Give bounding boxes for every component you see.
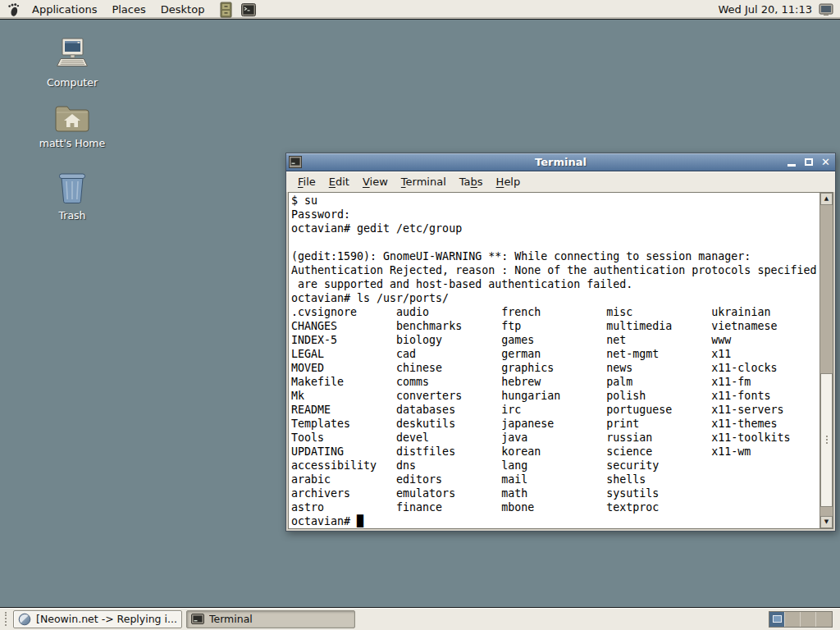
panel-grip-handle[interactable]	[5, 612, 8, 626]
window-title: Terminal	[286, 156, 835, 168]
terminal-launcher-icon[interactable]	[240, 1, 258, 18]
menu-view[interactable]: View	[356, 176, 395, 188]
workspace-2[interactable]	[785, 612, 801, 627]
menu-file[interactable]: File	[291, 176, 322, 188]
taskbar-button-neowin[interactable]: [Neowin.net -> Replying i...	[13, 610, 182, 628]
desktop-icon-home[interactable]: matt's Home	[27, 103, 117, 150]
taskbar-button-label: [Neowin.net -> Replying i...	[36, 613, 177, 625]
trash-icon	[27, 171, 117, 207]
close-button[interactable]: ✕	[819, 156, 833, 168]
scroll-down-button[interactable]: ▼	[820, 516, 833, 528]
clock[interactable]: Wed Jul 20, 11:13	[718, 3, 812, 16]
menu-help[interactable]: Help	[490, 176, 527, 188]
workspace-1[interactable]	[769, 612, 785, 627]
scrollbar-track[interactable]	[820, 205, 833, 516]
desktop-icon-label: Computer	[47, 76, 98, 89]
scroll-up-button[interactable]: ▲	[820, 193, 833, 205]
maximize-button[interactable]	[801, 156, 815, 168]
desktop-icon-computer[interactable]: Computer	[27, 36, 117, 89]
desktop-icon-label: matt's Home	[39, 137, 105, 149]
minimize-button[interactable]	[784, 156, 798, 168]
menu-terminal[interactable]: Terminal	[395, 176, 453, 188]
desktop-icon-trash[interactable]: Trash	[27, 171, 117, 222]
file-cabinet-launcher-icon[interactable]	[217, 1, 235, 18]
workspace-window-thumbnail	[773, 615, 782, 623]
menu-places[interactable]: Places	[104, 1, 153, 19]
menu-desktop[interactable]: Desktop	[153, 1, 212, 19]
workspace-3[interactable]	[801, 612, 816, 627]
menu-edit[interactable]: Edit	[322, 176, 356, 188]
taskbar: [Neowin.net -> Replying i... Terminal	[0, 607, 840, 630]
window-controls: ✕	[784, 156, 833, 168]
gnome-main-menu-icon[interactable]	[5, 2, 21, 18]
desktop: Applications Places Desktop Wed Jul 20, …	[0, 0, 840, 630]
top-panel: Applications Places Desktop Wed Jul 20, …	[0, 0, 840, 20]
home-folder-icon	[27, 103, 117, 135]
terminal-output[interactable]: $ su Password: octavian# gedit /etc/grou…	[289, 193, 819, 528]
terminal-scrollbar[interactable]: ▲ ▼	[819, 193, 833, 528]
terminal-content-area: $ su Password: octavian# gedit /etc/grou…	[288, 192, 833, 529]
titlebar[interactable]: Terminal ✕	[286, 153, 835, 171]
computer-icon	[27, 36, 117, 74]
workspace-4[interactable]	[816, 612, 832, 627]
browser-orb-icon	[18, 613, 31, 626]
taskbar-button-terminal[interactable]: Terminal	[186, 610, 355, 628]
screen-tray-icon[interactable]	[819, 3, 833, 16]
terminal-window-icon	[289, 156, 302, 168]
menu-applications[interactable]: Applications	[25, 1, 104, 19]
terminal-icon	[191, 613, 204, 626]
desktop-icon-label: Trash	[58, 209, 85, 221]
workspace-switcher	[769, 611, 833, 628]
menubar: File Edit View Terminal Tabs Help	[286, 171, 835, 192]
scrollbar-thumb[interactable]	[820, 373, 833, 507]
terminal-window: Terminal ✕ File Edit View Terminal Tabs …	[285, 153, 836, 532]
taskbar-button-label: Terminal	[209, 613, 253, 625]
menu-tabs[interactable]: Tabs	[453, 176, 490, 188]
